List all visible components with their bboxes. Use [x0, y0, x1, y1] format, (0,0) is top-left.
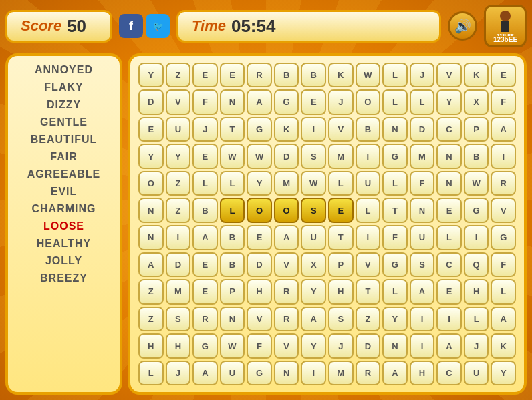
- grid-cell[interactable]: H: [328, 279, 354, 305]
- grid-cell[interactable]: L: [192, 171, 218, 196]
- grid-cell[interactable]: O: [356, 89, 381, 115]
- grid-cell[interactable]: I: [356, 144, 381, 169]
- grid-cell[interactable]: L: [382, 63, 408, 88]
- grid-cell[interactable]: F: [410, 171, 435, 196]
- grid-cell[interactable]: V: [491, 198, 516, 223]
- grid-cell[interactable]: E: [220, 63, 245, 88]
- grid-cell[interactable]: G: [247, 117, 272, 142]
- grid-cell[interactable]: Y: [436, 89, 462, 115]
- grid-cell[interactable]: H: [410, 361, 435, 386]
- grid-cell[interactable]: E: [491, 63, 516, 88]
- grid-cell[interactable]: L: [382, 279, 408, 305]
- grid-cell[interactable]: K: [491, 333, 516, 359]
- grid-cell[interactable]: L: [220, 171, 245, 196]
- grid-cell[interactable]: I: [491, 144, 516, 169]
- grid-cell[interactable]: G: [464, 198, 489, 223]
- grid-cell[interactable]: W: [464, 171, 489, 196]
- grid-cell[interactable]: S: [328, 307, 354, 332]
- grid-cell[interactable]: L: [220, 198, 245, 223]
- grid-cell[interactable]: A: [247, 89, 272, 115]
- grid-cell[interactable]: Y: [301, 279, 326, 305]
- grid-cell[interactable]: Y: [301, 333, 326, 359]
- grid-cell[interactable]: N: [138, 198, 164, 223]
- grid-cell[interactable]: L: [464, 307, 489, 332]
- grid-cell[interactable]: H: [166, 333, 191, 359]
- grid-cell[interactable]: Q: [464, 252, 489, 278]
- grid-cell[interactable]: L: [436, 225, 462, 250]
- grid-cell[interactable]: E: [301, 89, 326, 115]
- grid-cell[interactable]: R: [274, 279, 299, 305]
- grid-cell[interactable]: F: [491, 252, 516, 278]
- grid-cell[interactable]: H: [464, 279, 489, 305]
- grid-cell[interactable]: G: [382, 252, 408, 278]
- grid-cell[interactable]: G: [382, 144, 408, 169]
- grid-cell[interactable]: B: [192, 198, 218, 223]
- sound-button[interactable]: 🔊: [448, 11, 477, 41]
- grid-cell[interactable]: Z: [138, 307, 164, 332]
- grid-cell[interactable]: G: [247, 361, 272, 386]
- grid-cell[interactable]: Z: [166, 63, 191, 88]
- grid-cell[interactable]: L: [328, 171, 354, 196]
- grid-cell[interactable]: R: [274, 307, 299, 332]
- grid-cell[interactable]: X: [464, 89, 489, 115]
- grid-cell[interactable]: J: [192, 117, 218, 142]
- grid-cell[interactable]: S: [301, 198, 326, 223]
- grid-cell[interactable]: W: [356, 63, 381, 88]
- grid-cell[interactable]: O: [274, 198, 299, 223]
- grid-cell[interactable]: I: [166, 225, 191, 250]
- grid-cell[interactable]: E: [192, 252, 218, 278]
- grid-cell[interactable]: M: [166, 279, 191, 305]
- grid-cell[interactable]: B: [220, 225, 245, 250]
- grid-cell[interactable]: W: [220, 333, 245, 359]
- grid-cell[interactable]: K: [274, 117, 299, 142]
- grid-cell[interactable]: C: [436, 361, 462, 386]
- grid-cell[interactable]: R: [356, 361, 381, 386]
- grid-cell[interactable]: D: [138, 89, 164, 115]
- grid-cell[interactable]: D: [166, 252, 191, 278]
- grid-cell[interactable]: K: [328, 63, 354, 88]
- facebook-button[interactable]: f: [119, 14, 143, 38]
- grid-cell[interactable]: F: [192, 89, 218, 115]
- grid-cell[interactable]: B: [464, 144, 489, 169]
- grid-cell[interactable]: J: [464, 333, 489, 359]
- grid-cell[interactable]: E: [247, 225, 272, 250]
- grid-cell[interactable]: O: [138, 171, 164, 196]
- grid-cell[interactable]: Z: [166, 198, 191, 223]
- grid-cell[interactable]: X: [301, 252, 326, 278]
- grid-cell[interactable]: A: [301, 307, 326, 332]
- grid-cell[interactable]: U: [166, 117, 191, 142]
- grid-cell[interactable]: V: [356, 252, 381, 278]
- grid-cell[interactable]: N: [436, 171, 462, 196]
- grid-cell[interactable]: M: [328, 361, 354, 386]
- grid-cell[interactable]: S: [301, 144, 326, 169]
- grid-cell[interactable]: W: [247, 144, 272, 169]
- grid-cell[interactable]: A: [491, 117, 516, 142]
- grid-cell[interactable]: E: [328, 198, 354, 223]
- grid-cell[interactable]: F: [247, 333, 272, 359]
- grid-cell[interactable]: J: [410, 63, 435, 88]
- grid-cell[interactable]: F: [382, 225, 408, 250]
- grid-cell[interactable]: I: [301, 117, 326, 142]
- twitter-button[interactable]: 🐦: [146, 14, 170, 38]
- grid-cell[interactable]: E: [138, 117, 164, 142]
- grid-cell[interactable]: T: [328, 225, 354, 250]
- grid-cell[interactable]: A: [192, 361, 218, 386]
- grid-cell[interactable]: V: [328, 117, 354, 142]
- grid-cell[interactable]: Z: [356, 307, 381, 332]
- grid-cell[interactable]: L: [382, 171, 408, 196]
- grid-cell[interactable]: U: [220, 361, 245, 386]
- grid-cell[interactable]: B: [356, 117, 381, 142]
- grid-cell[interactable]: T: [382, 198, 408, 223]
- grid-cell[interactable]: Z: [138, 279, 164, 305]
- grid-cell[interactable]: Y: [382, 307, 408, 332]
- grid-cell[interactable]: T: [356, 279, 381, 305]
- grid-cell[interactable]: M: [328, 144, 354, 169]
- grid-cell[interactable]: J: [328, 89, 354, 115]
- grid-cell[interactable]: P: [464, 117, 489, 142]
- grid-cell[interactable]: V: [166, 89, 191, 115]
- grid-cell[interactable]: N: [220, 89, 245, 115]
- grid-cell[interactable]: A: [436, 333, 462, 359]
- grid-cell[interactable]: E: [192, 63, 218, 88]
- grid-cell[interactable]: J: [166, 361, 191, 386]
- grid-cell[interactable]: R: [247, 63, 272, 88]
